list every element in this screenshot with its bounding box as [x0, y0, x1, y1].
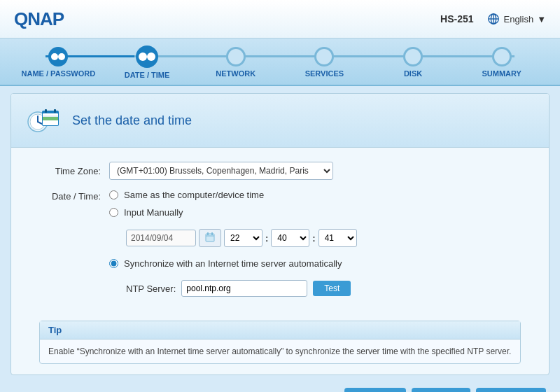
timezone-select[interactable]: (GMT+01:00) Brussels, Copenhagen, Madrid… — [109, 162, 333, 180]
colon-2: : — [312, 233, 315, 244]
svg-rect-14 — [43, 121, 58, 125]
radio-ntp[interactable] — [109, 259, 118, 268]
tip-box: Tip Enable “Synchronize with an Internet… — [39, 321, 521, 364]
step-label-3: NETWORK — [216, 69, 255, 78]
footer: Back Next Cancel — [0, 382, 560, 392]
step-circle-5 — [403, 47, 423, 66]
step-label-2: DATE / TIME — [125, 71, 170, 79]
svg-rect-11 — [54, 109, 56, 113]
step-name-password[interactable]: NAME / PASSWORD — [14, 47, 103, 78]
svg-rect-18 — [211, 232, 213, 235]
second-select[interactable]: 41 — [318, 229, 357, 247]
radio-manual-label[interactable]: Input Manually — [124, 207, 183, 218]
step-circle-6 — [492, 47, 512, 66]
step-services[interactable]: SERVICES — [280, 47, 369, 78]
radio-manual[interactable] — [109, 208, 118, 217]
next-button[interactable]: Next — [412, 388, 471, 392]
step-circle-3 — [226, 47, 246, 66]
radio-ntp-label[interactable]: Synchronize with an Internet time server… — [124, 258, 342, 269]
ntp-label: NTP Server: — [126, 284, 176, 294]
back-button[interactable]: Back — [344, 388, 405, 392]
calendar-picker-button[interactable] — [199, 229, 221, 247]
radio-same[interactable] — [109, 190, 118, 200]
timezone-label: Time Zone: — [39, 166, 109, 176]
language-label: English — [503, 14, 533, 24]
datetime-label: Date / Time: — [39, 190, 109, 202]
calendar-icon — [25, 102, 62, 139]
step-date-time[interactable]: DATE / TIME — [103, 46, 192, 79]
steps-container: NAME / PASSWORD DATE / TIME NETWORK SERV… — [14, 46, 546, 85]
radio-same-label[interactable]: Same as the computer/device time — [124, 190, 264, 200]
svg-rect-15 — [206, 234, 214, 241]
step-circle-1 — [48, 47, 68, 66]
qnap-logo: QNAP — [14, 8, 64, 30]
datetime-inputs: 22 : 40 : 41 — [126, 229, 357, 247]
ntp-input[interactable] — [181, 280, 307, 297]
radio-group: Same as the computer/device time Input M… — [109, 190, 357, 297]
svg-rect-17 — [207, 232, 209, 235]
hour-select[interactable]: 22 — [224, 229, 262, 247]
globe-icon — [487, 13, 500, 25]
form-area: Time Zone: (GMT+01:00) Brussels, Copenha… — [11, 148, 549, 321]
step-network[interactable]: NETWORK — [191, 47, 280, 78]
language-selector[interactable]: English ▼ — [487, 13, 546, 25]
svg-rect-10 — [45, 109, 47, 113]
language-arrow: ▼ — [537, 14, 546, 24]
tip-content: Enable “Synchronize with an Internet tim… — [40, 340, 520, 363]
header-right: HS-251 English ▼ — [440, 13, 546, 25]
step-disk[interactable]: DISK — [369, 47, 458, 78]
radio-manual-row: Input Manually — [109, 207, 357, 218]
section-header: Set the date and time — [11, 94, 549, 148]
cancel-button[interactable]: Cancel — [476, 388, 546, 392]
step-label-5: DISK — [404, 69, 422, 78]
date-input[interactable] — [126, 230, 196, 246]
step-circle-2 — [136, 46, 158, 68]
test-button[interactable]: Test — [313, 281, 351, 296]
section-title: Set the date and time — [72, 113, 192, 128]
timezone-row: Time Zone: (GMT+01:00) Brussels, Copenha… — [39, 162, 521, 180]
step-bar: NAME / PASSWORD DATE / TIME NETWORK SERV… — [0, 38, 560, 86]
calendar-small-icon — [205, 232, 215, 242]
device-name: HS-251 — [440, 13, 473, 24]
step-label-6: SUMMARY — [482, 69, 521, 78]
header: QNAP HS-251 English ▼ — [0, 0, 560, 38]
step-label-1: NAME / PASSWORD — [22, 69, 96, 78]
colon-1: : — [265, 233, 268, 244]
tip-header: Tip — [40, 321, 520, 340]
step-circle-4 — [314, 47, 334, 66]
svg-rect-13 — [43, 117, 58, 120]
radio-same-row: Same as the computer/device time — [109, 190, 357, 200]
main-content: Set the date and time Time Zone: (GMT+01… — [10, 93, 550, 375]
step-summary[interactable]: SUMMARY — [457, 47, 546, 78]
radio-ntp-row: Synchronize with an Internet time server… — [109, 258, 357, 269]
minute-select[interactable]: 40 — [271, 229, 309, 247]
ntp-row: NTP Server: Test — [126, 280, 357, 297]
datetime-row: Date / Time: Same as the computer/device… — [39, 190, 521, 297]
step-label-4: SERVICES — [305, 69, 344, 78]
